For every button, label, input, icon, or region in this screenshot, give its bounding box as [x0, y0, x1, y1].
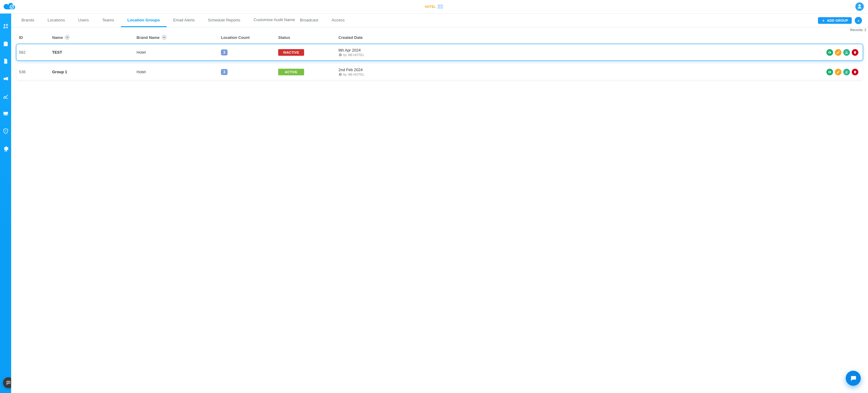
cell-id: 536	[19, 70, 52, 74]
add-group-label: ADD GROUP	[827, 19, 848, 22]
megaphone-icon	[3, 75, 9, 82]
created-byline: by AB HOTEL	[338, 53, 402, 57]
pencil-icon	[836, 70, 840, 74]
dashboard-icon	[3, 23, 9, 29]
gear-icon	[3, 146, 9, 152]
plus-icon: ＋	[822, 19, 825, 22]
eye-icon	[828, 51, 832, 54]
location-count-badge: 3	[221, 50, 227, 56]
sidebar-dashboard[interactable]	[2, 23, 9, 30]
sidebar-analytics[interactable]	[2, 93, 9, 100]
tab-users[interactable]: Users	[72, 13, 96, 27]
delete-button[interactable]	[852, 69, 858, 75]
download-icon	[857, 19, 861, 22]
sort-brand[interactable]	[161, 35, 167, 40]
created-date: 2nd Feb 2024	[338, 67, 402, 72]
svg-point-16	[846, 71, 846, 72]
clipboard-icon	[3, 41, 9, 47]
tab-schedule-reports[interactable]: Schedule Reports	[201, 13, 247, 27]
tab-customise-audit-name[interactable]: Customise Audit Name	[247, 13, 293, 27]
chat-lines-icon	[6, 380, 11, 385]
sort-name[interactable]	[64, 35, 70, 40]
add-group-button[interactable]: ＋ ADD GROUP	[818, 17, 852, 24]
svg-rect-9	[340, 55, 341, 56]
edit-button[interactable]	[835, 49, 841, 56]
col-status: Status	[278, 35, 338, 40]
svg-point-10	[340, 54, 340, 54]
cell-location-count: 3	[221, 69, 278, 75]
created-date: 8th Apr 2024	[338, 48, 402, 53]
svg-point-6	[5, 130, 6, 131]
col-brand[interactable]: Brand Name	[136, 35, 221, 40]
svg-point-3	[4, 27, 5, 28]
pencil-icon	[836, 51, 840, 54]
sidebar-broadcast[interactable]	[2, 75, 9, 82]
delete-button[interactable]	[852, 49, 858, 56]
info-icon	[338, 72, 342, 76]
view-button[interactable]	[827, 69, 833, 75]
tab-access[interactable]: Access	[325, 13, 351, 27]
svg-point-1	[4, 24, 5, 26]
table-row[interactable]: 562 TEST Hotel 3 INACTIVE 8th Apr 2024 b…	[17, 44, 863, 60]
tab-locations[interactable]: Locations	[41, 13, 72, 27]
view-button[interactable]	[827, 49, 833, 56]
toolbar-right: ＋ ADD GROUP	[818, 17, 862, 24]
status-badge: ACTIVE	[278, 69, 304, 75]
col-created-date: Created Date	[338, 35, 402, 40]
main: Brands Locations Users Teams Location Gr…	[11, 13, 868, 393]
chat-fab[interactable]	[846, 371, 861, 386]
svg-point-12	[847, 52, 848, 53]
download-button[interactable]	[855, 17, 862, 24]
speech-bubble-icon	[850, 375, 857, 382]
status-badge: INACTIVE	[278, 49, 304, 56]
info-icon	[338, 53, 342, 57]
chevron-down-icon	[66, 36, 69, 39]
tab-location-groups[interactable]: Location Groups	[121, 13, 167, 27]
topbar: HOTEL	[0, 0, 868, 13]
table-rows: 562 TEST Hotel 3 INACTIVE 8th Apr 2024 b…	[17, 44, 863, 80]
tab-email-alerts[interactable]: Email Alerts	[167, 13, 201, 27]
cell-name: Group 1	[52, 70, 136, 74]
shield-icon	[3, 128, 9, 134]
tab-brands[interactable]: Brands	[15, 13, 41, 27]
table-row[interactable]: 536 Group 1 Hotel 3 ACTIVE 2nd Feb 2024 …	[17, 64, 863, 80]
sidebar-settings[interactable]	[2, 145, 9, 152]
content-area: ID Name Brand Name Location Count Status…	[11, 27, 868, 393]
cell-name: TEST	[52, 50, 136, 55]
created-byline: by AB HOTEL	[338, 72, 402, 76]
cell-created: 2nd Feb 2024 by AB HOTEL	[338, 67, 402, 76]
tabs-row: Brands Locations Users Teams Location Gr…	[11, 13, 868, 27]
logo[interactable]	[3, 3, 16, 10]
sidebar-security[interactable]	[2, 127, 9, 135]
sidebar	[0, 13, 11, 393]
edit-button[interactable]	[835, 69, 841, 75]
cell-created: 8th Apr 2024 by AB HOTEL	[338, 48, 402, 57]
col-actions	[402, 35, 860, 40]
col-location-count: Location Count	[221, 35, 278, 40]
trash-icon	[853, 51, 857, 54]
tab-teams[interactable]: Teams	[96, 13, 121, 27]
cell-actions	[402, 69, 860, 75]
sidebar-audits[interactable]	[2, 40, 9, 47]
svg-point-15	[340, 73, 340, 74]
page-brand-title: HOTEL	[425, 4, 443, 9]
cell-status: ACTIVE	[278, 69, 338, 75]
cell-actions	[402, 49, 860, 56]
sidebar-reports[interactable]	[2, 58, 9, 65]
col-id: ID	[19, 35, 52, 40]
svg-rect-7	[4, 151, 7, 152]
cell-status: INACTIVE	[278, 49, 338, 56]
col-name[interactable]: Name	[52, 35, 136, 40]
profile-avatar-button[interactable]	[855, 2, 864, 11]
cell-brand: Hotel	[136, 70, 221, 74]
users-button[interactable]	[843, 49, 850, 56]
analytics-icon	[3, 93, 9, 99]
sidebar-inbox[interactable]	[2, 110, 9, 117]
user-icon	[857, 4, 862, 9]
brand-grid-icon	[438, 4, 443, 9]
users-button[interactable]	[843, 69, 850, 75]
tab-broadcast[interactable]: Broadcast	[293, 13, 325, 27]
svg-point-17	[847, 71, 848, 72]
table-header: ID Name Brand Name Location Count Status…	[17, 33, 863, 44]
brand-name-text: HOTEL	[425, 5, 436, 8]
